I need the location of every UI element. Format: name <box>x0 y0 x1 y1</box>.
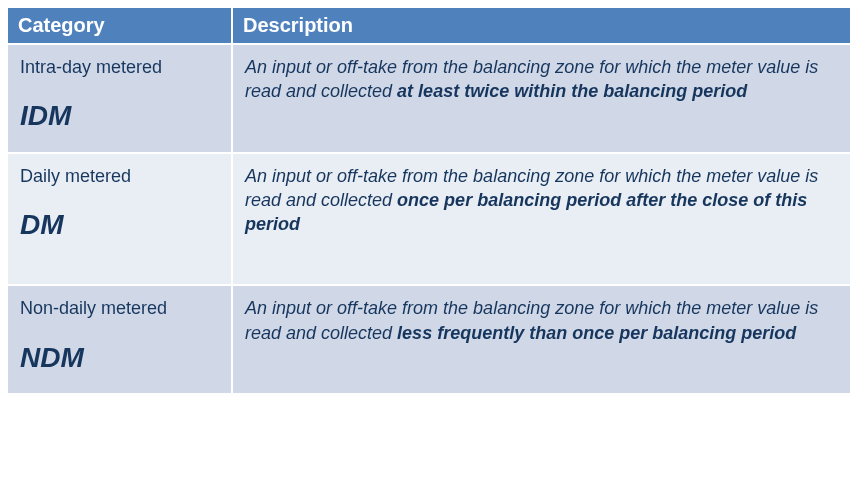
description-cell: An input or off-take from the balancing … <box>232 44 851 153</box>
header-category: Category <box>7 7 232 44</box>
category-abbr: DM <box>20 206 219 244</box>
spacer <box>245 104 838 138</box>
description-text: An input or off-take from the balancing … <box>245 57 818 101</box>
spacer <box>245 236 838 270</box>
description-cell: An input or off-take from the balancing … <box>232 285 851 394</box>
category-cell: Non-daily metered NDM <box>7 285 232 394</box>
table-row: Intra-day metered IDM An input or off-ta… <box>7 44 851 153</box>
spacer <box>245 345 838 379</box>
category-label: Non-daily metered <box>20 296 219 320</box>
header-description: Description <box>232 7 851 44</box>
desc-bold: less frequently than once per balancing … <box>397 323 796 343</box>
table-row: Daily metered DM An input or off-take fr… <box>7 153 851 286</box>
table-header-row: Category Description <box>7 7 851 44</box>
category-label: Intra-day metered <box>20 55 219 79</box>
description-cell: An input or off-take from the balancing … <box>232 153 851 286</box>
category-abbr: NDM <box>20 339 219 377</box>
category-cell: Daily metered DM <box>7 153 232 286</box>
definition-table: Category Description Intra-day metered I… <box>6 6 852 395</box>
description-text: An input or off-take from the balancing … <box>245 166 818 235</box>
category-abbr: IDM <box>20 97 219 135</box>
desc-bold: at least twice within the balancing peri… <box>397 81 747 101</box>
category-cell: Intra-day metered IDM <box>7 44 232 153</box>
table-row: Non-daily metered NDM An input or off-ta… <box>7 285 851 394</box>
description-text: An input or off-take from the balancing … <box>245 298 818 342</box>
category-label: Daily metered <box>20 164 219 188</box>
